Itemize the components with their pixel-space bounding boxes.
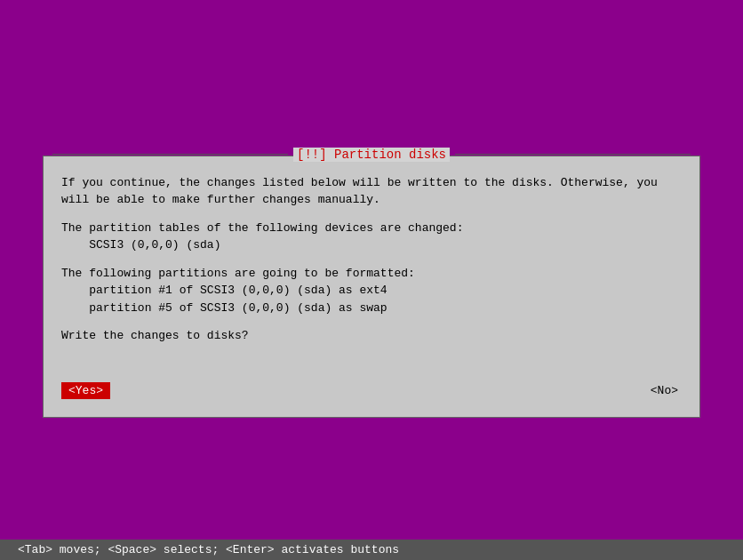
format-item2: partition #5 of SCSI3 (0,0,0) (sda) as s… bbox=[61, 300, 682, 317]
yes-button[interactable]: <Yes> bbox=[61, 382, 110, 399]
partition-tables-section: The partition tables of the following de… bbox=[61, 220, 682, 254]
intro-line2: will be able to make further changes man… bbox=[61, 191, 682, 209]
dialog-buttons: <Yes> <No> bbox=[44, 373, 699, 417]
dialog-content: If you continue, the changes listed belo… bbox=[44, 156, 699, 373]
format-header: The following partitions are going to be… bbox=[61, 265, 682, 283]
dialog-title: [!!] Partition disks bbox=[293, 148, 450, 162]
format-item1: partition #1 of SCSI3 (0,0,0) (sda) as e… bbox=[61, 282, 682, 300]
no-button[interactable]: <No> bbox=[647, 382, 682, 399]
status-bar: <Tab> moves; <Space> selects; <Enter> ac… bbox=[0, 540, 743, 560]
partition-tables-item1: SCSI3 (0,0,0) (sda) bbox=[61, 236, 682, 254]
status-bar-text: <Tab> moves; <Space> selects; <Enter> ac… bbox=[18, 543, 399, 556]
title-line-right bbox=[455, 154, 691, 155]
intro-line1: If you continue, the changes listed belo… bbox=[61, 174, 682, 192]
format-section: The following partitions are going to be… bbox=[61, 265, 682, 317]
question-section: Write the changes to disks? bbox=[61, 327, 682, 345]
dialog-title-bar: [!!] Partition disks bbox=[44, 148, 699, 162]
screen: [!!] Partition disks If you continue, th… bbox=[0, 0, 743, 560]
dialog: [!!] Partition disks If you continue, th… bbox=[43, 156, 700, 418]
partition-tables-header: The partition tables of the following de… bbox=[61, 220, 682, 237]
write-question: Write the changes to disks? bbox=[61, 327, 682, 345]
title-line-left bbox=[52, 154, 288, 155]
intro-section: If you continue, the changes listed belo… bbox=[61, 174, 682, 209]
